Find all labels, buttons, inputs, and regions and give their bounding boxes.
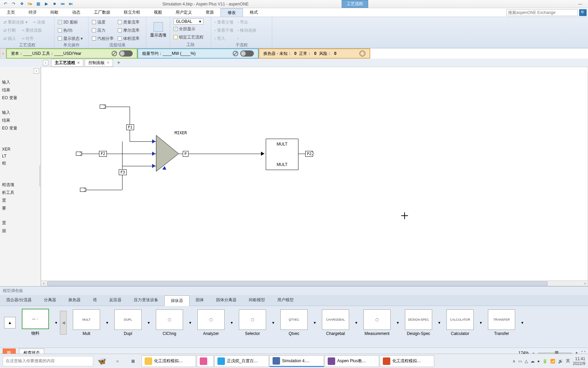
dropdown-icon[interactable]: ▾ — [355, 320, 357, 325]
navigation-tree[interactable]: ‹ 输入结果EO 变量输入结果EO 变量XERLT程程选项析工具置要置据 — [0, 67, 41, 286]
tray-icon[interactable]: △ — [525, 359, 528, 364]
tree-item[interactable]: 置 — [0, 219, 40, 227]
dropdown-icon[interactable]: ▾ — [148, 320, 150, 325]
stream-port-in1[interactable] — [100, 105, 106, 109]
dot-icon[interactable] — [359, 50, 365, 57]
menu-tab-2[interactable]: 间歇 — [44, 8, 65, 17]
palette-item[interactable]: CHARGEBALChargebal — [318, 309, 353, 336]
menu-tab-7[interactable]: 用户定义 — [169, 8, 199, 17]
mult-block[interactable]: MULT MULT — [266, 139, 298, 170]
ribbon-checkbox[interactable]: 汽相分率 — [92, 35, 114, 42]
ribbon-checkbox[interactable]: 3D 图标 — [58, 18, 83, 26]
dropdown-icon[interactable]: ▾ — [480, 320, 482, 325]
dropdown-icon[interactable]: ▾ — [314, 320, 316, 325]
taskbar-app[interactable]: 化工流程模拟… — [380, 355, 434, 367]
palette-tab[interactable]: 换热器 — [62, 295, 87, 306]
taskbar-app[interactable]: 正戊烷_百度百… — [214, 355, 269, 367]
taskbar-app[interactable] — [197, 355, 214, 367]
context-tab[interactable]: 工艺流程 — [342, 0, 368, 8]
collapse-button[interactable]: ‹ — [34, 68, 39, 74]
tray-icon[interactable]: ▭ — [518, 359, 522, 364]
tree-item[interactable]: 结果 — [0, 86, 40, 94]
play-icon[interactable]: ▶ — [44, 1, 49, 7]
taskbar-app[interactable]: Aspen Plus教… — [325, 355, 379, 367]
ribbon-item[interactable]: ▫ 导出 — [238, 18, 257, 26]
step-icon[interactable]: ⏭ — [68, 1, 74, 7]
tree-item[interactable]: 置 — [0, 197, 40, 204]
tree-item[interactable]: 结果 — [0, 117, 40, 124]
palette-tab[interactable]: 塔 — [87, 295, 103, 306]
tree-item[interactable]: 要 — [0, 204, 40, 212]
dropdown-icon[interactable]: ▾ — [106, 320, 108, 325]
horizontal-scrollbar[interactable]: ‹› — [41, 280, 588, 286]
add-tab-button[interactable]: + — [114, 60, 123, 66]
cortana-icon[interactable]: 🦋 — [95, 355, 109, 367]
ribbon-item[interactable]: ▫ — [238, 35, 257, 42]
tray-icon[interactable]: 🔋 — [542, 359, 548, 364]
ribbon-item[interactable]: ⇄ 插入 ⇢ 对齐 — [3, 35, 45, 42]
ribbon-item[interactable]: ⇄ 打断 ⇢ 重排流股 — [3, 27, 45, 34]
close-icon[interactable]: × — [77, 60, 80, 65]
menu-tab-3[interactable]: 动态 — [65, 8, 87, 17]
stream-label-f3[interactable]: F3 — [119, 169, 127, 175]
ribbon-checkbox[interactable]: 压力 — [92, 27, 114, 34]
menu-tab-6[interactable]: 视图 — [147, 8, 169, 17]
palette-tab[interactable]: 分离器 — [38, 295, 62, 306]
file-icon[interactable]: ❖ — [19, 1, 24, 7]
palette-item[interactable]: ◯Analyzer — [194, 309, 228, 336]
minimize-button[interactable]: — — [572, 2, 588, 6]
rewind-icon[interactable]: ⏮ — [60, 1, 65, 7]
close-icon[interactable]: × — [107, 60, 109, 65]
palette-item[interactable]: ◯Measurement — [360, 309, 394, 336]
flowsheet-canvas[interactable]: F1 F2 F3 MIXER P MULT MULT P2 — [41, 67, 588, 286]
redo-icon[interactable]: ↷ — [11, 1, 16, 7]
economics-toggle[interactable] — [119, 50, 133, 57]
palette-tab[interactable]: 固体 — [190, 295, 210, 306]
ribbon-item[interactable]: ▫ 查看父项 — [214, 18, 233, 26]
dropdown-icon[interactable]: ▾ — [521, 320, 523, 325]
palette-scroll-left[interactable]: ◀ — [60, 311, 67, 335]
tree-item[interactable]: 据 — [0, 227, 40, 235]
taskbar-search[interactable]: 在这里输入你要搜索的内容 — [3, 356, 93, 366]
tree-item[interactable]: 程 — [0, 159, 40, 167]
dropdown-icon[interactable]: ▾ — [55, 320, 57, 325]
palette-item[interactable]: CALCULATORCalculator — [443, 309, 477, 336]
tree-item[interactable]: EO 变量 — [0, 94, 40, 102]
tree-item[interactable]: 输入 — [0, 78, 40, 86]
menu-tab-1[interactable]: 经济 — [22, 8, 44, 17]
nav-icon[interactable]: N▸ — [27, 1, 33, 7]
menu-tab-10[interactable]: 格式 — [243, 8, 265, 17]
palette-tab[interactable]: 间歇模型 — [243, 295, 271, 306]
undo-icon[interactable]: ↶ — [3, 1, 8, 7]
dropdown-icon[interactable]: ▾ — [189, 320, 191, 325]
menu-tab-9[interactable]: 修改 — [220, 8, 243, 17]
ribbon-checkbox[interactable]: 质量流率 — [118, 18, 140, 26]
tray-icon[interactable]: ☁ — [530, 359, 535, 364]
stream-label-p[interactable]: P — [183, 151, 189, 157]
stream-port-in3[interactable] — [80, 188, 86, 192]
palette-item[interactable]: DESIGN-SPECDesign-Spec — [402, 309, 436, 336]
palette-item[interactable]: ◯Selector — [235, 309, 270, 336]
taskview-icon[interactable]: ⊞ — [126, 355, 140, 367]
display-options-button[interactable]: 显示选项 — [150, 18, 166, 42]
pointer-tool[interactable]: ▲ — [4, 317, 16, 328]
menu-tab-5[interactable]: 联立方程 — [117, 8, 147, 17]
mixer-block[interactable] — [156, 135, 179, 172]
dropdown-icon[interactable]: ▾ — [397, 320, 399, 325]
search-button[interactable]: 🔍 — [579, 9, 587, 16]
palette-item[interactable]: ◯ClChng — [152, 309, 186, 336]
ribbon-checkbox[interactable]: 体积流率 — [118, 35, 140, 42]
ribbon-item[interactable]: ▫ 移动选择 — [238, 27, 257, 34]
dropdown-icon[interactable]: ▾ — [231, 320, 233, 325]
palette-item-material[interactable]: ▭→物料 — [18, 309, 52, 336]
ribbon-checkbox[interactable]: 热/功 — [58, 27, 83, 34]
tree-item[interactable]: XER — [0, 146, 40, 153]
palette-item[interactable]: TRANSFERTransfer — [485, 309, 519, 336]
collapse-tree-icon[interactable]: ‹ — [43, 60, 48, 65]
palette-tab[interactable]: 反应器 — [103, 295, 128, 306]
start-icon[interactable]: ○ — [110, 355, 125, 367]
search-input[interactable] — [506, 9, 578, 16]
stream-label-f2[interactable]: F2 — [99, 151, 107, 157]
collapse-left-icon[interactable]: ‹ — [0, 48, 6, 59]
tray-icon[interactable]: ● — [537, 359, 540, 364]
